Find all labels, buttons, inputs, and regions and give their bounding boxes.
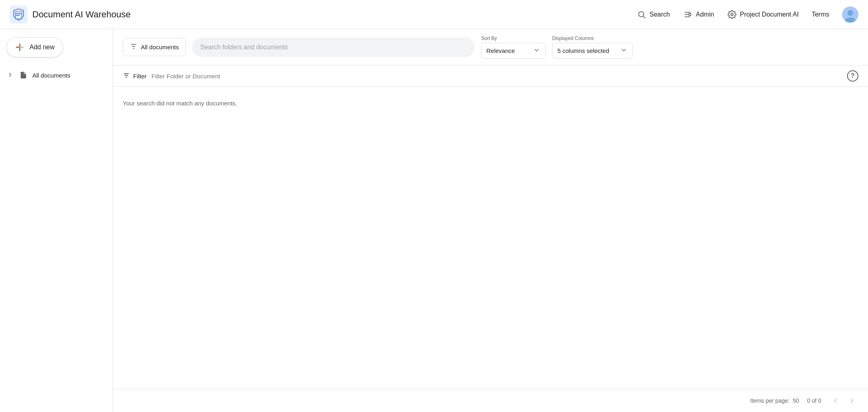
filter-list-icon	[130, 42, 138, 52]
all-documents-filter-label: All documents	[141, 44, 179, 50]
empty-state: Your search did not match any documents.	[113, 87, 868, 389]
admin-nav-icon	[683, 10, 692, 19]
svg-point-4	[638, 11, 644, 17]
svg-point-10	[731, 13, 733, 16]
main-content: All documents Sort By Relevance Display	[113, 29, 868, 412]
terms-nav-item[interactable]: Terms	[812, 11, 829, 18]
sort-by-wrapper: Sort By Relevance	[481, 36, 546, 59]
plus-icon	[15, 42, 25, 52]
sort-by-label: Sort By	[481, 36, 546, 41]
avatar[interactable]	[842, 6, 858, 23]
svg-line-5	[643, 16, 645, 18]
pagination-nav	[829, 394, 858, 407]
settings-nav-icon	[727, 10, 737, 19]
sort-by-select[interactable]: Relevance	[481, 43, 546, 59]
displayed-columns-value: 5 columns selected	[557, 47, 609, 54]
search-bar-area: All documents Sort By Relevance Display	[113, 29, 868, 65]
items-per-page-label: Items per page:	[750, 397, 789, 404]
sidebar-all-documents-label: All documents	[32, 72, 70, 79]
svg-point-12	[847, 10, 853, 16]
app-logo-icon	[10, 6, 27, 23]
empty-message: Your search did not match any documents.	[123, 100, 237, 107]
nav-actions: Search Admin Project Document AI	[637, 6, 858, 23]
pagination-count: 0 of 0	[807, 397, 821, 404]
displayed-columns-wrapper: Displayed Columns 5 columns selected	[552, 36, 633, 59]
filter-input[interactable]	[151, 73, 842, 80]
add-new-button[interactable]: Add new	[6, 37, 63, 57]
project-nav-label: Project Document AI	[740, 11, 799, 18]
displayed-columns-select[interactable]: 5 columns selected	[552, 43, 633, 59]
top-nav: Document AI Warehouse Search Admin	[0, 0, 868, 29]
search-input[interactable]	[200, 44, 466, 51]
pagination-next-button[interactable]	[845, 394, 858, 407]
nav-logo: Document AI Warehouse	[10, 6, 131, 23]
filter-label: Filter	[133, 73, 146, 80]
chevron-right-icon	[6, 71, 15, 79]
admin-nav-label: Admin	[696, 11, 714, 18]
items-per-page-value: 50	[793, 397, 799, 404]
add-new-label: Add new	[29, 44, 54, 51]
items-per-page: Items per page: 50	[750, 397, 799, 404]
all-documents-filter-button[interactable]: All documents	[123, 38, 186, 56]
search-input-wrapper	[192, 38, 475, 57]
sort-by-value: Relevance	[486, 47, 515, 54]
sidebar: Add new All documents	[0, 29, 113, 412]
svg-rect-0	[10, 6, 27, 23]
help-icon[interactable]: ?	[847, 70, 858, 82]
search-nav-item[interactable]: Search	[637, 10, 670, 19]
displayed-columns-label: Displayed Columns	[552, 36, 633, 41]
document-icon	[19, 71, 27, 79]
filter-button[interactable]: Filter	[123, 72, 146, 80]
app-layout: Add new All documents	[0, 29, 868, 412]
project-nav-item[interactable]: Project Document AI	[727, 10, 799, 19]
svg-point-9	[689, 13, 691, 16]
app-title: Document AI Warehouse	[32, 9, 131, 20]
terms-nav-label: Terms	[812, 11, 829, 18]
chevron-down-icon	[533, 46, 540, 55]
pagination-prev-button[interactable]	[829, 394, 842, 407]
search-nav-icon	[637, 10, 646, 19]
filter-bar: Filter ?	[113, 65, 868, 87]
search-nav-label: Search	[650, 11, 670, 18]
pagination-bar: Items per page: 50 0 of 0	[113, 389, 868, 412]
filter-icon	[123, 72, 130, 80]
chevron-down-icon-2	[620, 46, 627, 55]
admin-nav-item[interactable]: Admin	[683, 10, 714, 19]
sidebar-item-all-documents[interactable]: All documents	[0, 67, 106, 83]
